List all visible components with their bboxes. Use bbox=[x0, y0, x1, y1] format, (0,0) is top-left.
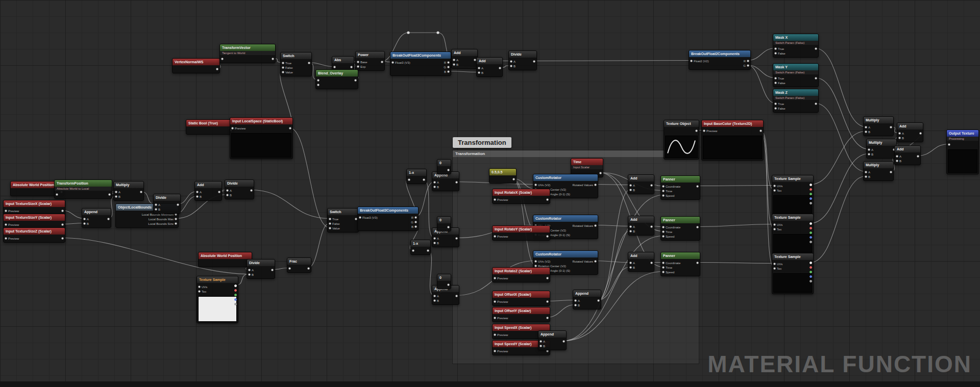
input-pin[interactable] bbox=[774, 77, 777, 80]
output-pin[interactable] bbox=[234, 303, 237, 305]
input-pin[interactable] bbox=[317, 84, 320, 86]
node-breakout3_top[interactable]: BreakOutFloat3ComponentsFloat3 (V3)RGB bbox=[390, 51, 451, 76]
input-pin[interactable] bbox=[357, 61, 359, 63]
output-pin[interactable] bbox=[423, 178, 425, 181]
input-pin[interactable] bbox=[703, 130, 705, 132]
output-pin[interactable] bbox=[140, 191, 142, 193]
output-pin[interactable] bbox=[414, 225, 417, 228]
output-pin[interactable] bbox=[414, 216, 417, 219]
node-const0_1[interactable]: 0 bbox=[437, 159, 451, 174]
node-blend_overlay[interactable]: Blend_Overlay bbox=[315, 69, 358, 89]
node-awp2[interactable]: Absolute World Position bbox=[198, 252, 252, 267]
node-divide_s[interactable]: DivideAB bbox=[153, 194, 181, 214]
output-pin[interactable] bbox=[447, 226, 450, 228]
node-switch_mid[interactable]: SwitchTrueFalseValue bbox=[327, 208, 359, 233]
output-pin[interactable] bbox=[447, 169, 450, 171]
output-pin[interactable] bbox=[427, 249, 429, 252]
input-pin[interactable] bbox=[773, 267, 776, 270]
input-pin[interactable] bbox=[453, 59, 455, 61]
node-input_roty[interactable]: Input RotateY (Scalar)Preview bbox=[492, 225, 550, 241]
input-pin[interactable] bbox=[282, 71, 284, 73]
input-pin[interactable] bbox=[662, 266, 665, 269]
input-pin[interactable] bbox=[433, 186, 436, 188]
output-pin[interactable] bbox=[177, 203, 179, 206]
node-append_c1[interactable]: AppendAB bbox=[573, 290, 601, 309]
node-frac_b[interactable]: Frac bbox=[287, 257, 311, 273]
input-pin[interactable] bbox=[115, 191, 117, 193]
output-pin[interactable] bbox=[810, 280, 812, 282]
node-texsample_b[interactable]: Texture SampleUVsTex bbox=[197, 276, 238, 323]
input-pin[interactable] bbox=[248, 269, 251, 271]
input-pin[interactable] bbox=[198, 290, 201, 293]
input-pin[interactable] bbox=[662, 226, 665, 228]
node-output_tex[interactable]: Output TextureProcessing bbox=[946, 130, 979, 174]
input-pin[interactable] bbox=[226, 194, 229, 196]
input-pin[interactable] bbox=[868, 153, 870, 156]
output-pin[interactable] bbox=[546, 317, 549, 319]
input-pin[interactable] bbox=[359, 216, 361, 219]
input-pin[interactable] bbox=[357, 65, 359, 68]
output-pin[interactable] bbox=[810, 231, 812, 234]
output-pin[interactable] bbox=[381, 61, 383, 63]
input-pin[interactable] bbox=[329, 227, 331, 229]
output-pin[interactable] bbox=[289, 127, 291, 130]
node-add_c1[interactable]: AddAB bbox=[628, 174, 654, 194]
input-pin[interactable] bbox=[510, 60, 512, 63]
output-pin[interactable] bbox=[810, 188, 812, 191]
output-pin[interactable] bbox=[447, 61, 450, 64]
input-pin[interactable] bbox=[282, 62, 284, 64]
output-pin[interactable] bbox=[917, 155, 919, 158]
output-pin[interactable] bbox=[810, 227, 812, 229]
node-input_tsy[interactable]: Input TextureSizeY (Scalar)Preview bbox=[3, 214, 65, 229]
input-pin[interactable] bbox=[5, 237, 7, 240]
output-pin[interactable] bbox=[810, 184, 812, 186]
output-pin[interactable] bbox=[696, 185, 699, 188]
input-pin[interactable] bbox=[865, 175, 867, 178]
input-pin[interactable] bbox=[329, 222, 331, 225]
input-pin[interactable] bbox=[433, 299, 436, 302]
input-pin[interactable] bbox=[662, 230, 665, 233]
input-pin[interactable] bbox=[231, 127, 234, 130]
output-pin[interactable] bbox=[61, 223, 64, 226]
input-pin[interactable] bbox=[282, 66, 284, 69]
node-transformvector[interactable]: TransformVectorTangent to World bbox=[219, 44, 276, 63]
output-pin[interactable] bbox=[546, 277, 549, 279]
output-pin[interactable] bbox=[594, 184, 597, 186]
output-pin[interactable] bbox=[447, 283, 450, 286]
node-input_basecolor[interactable]: Input BaseColor (Texture2D)Preview bbox=[701, 120, 764, 161]
output-pin[interactable] bbox=[810, 222, 812, 225]
input-pin[interactable] bbox=[155, 203, 157, 206]
output-pin[interactable] bbox=[650, 262, 653, 264]
input-pin[interactable] bbox=[773, 189, 776, 192]
input-pin[interactable] bbox=[433, 237, 436, 240]
output-pin[interactable] bbox=[108, 193, 111, 196]
input-pin[interactable] bbox=[662, 185, 665, 188]
node-panner3[interactable]: PannerCoordinateTimeSpeed bbox=[660, 252, 700, 276]
input-pin[interactable] bbox=[412, 249, 414, 252]
output-pin[interactable] bbox=[216, 68, 218, 70]
node-add_r2[interactable]: AddAB bbox=[894, 145, 921, 165]
input-pin[interactable] bbox=[494, 317, 496, 319]
output-pin[interactable] bbox=[455, 295, 458, 297]
output-pin[interactable] bbox=[562, 340, 565, 343]
node-tsample2[interactable]: Texture SampleUVsTex bbox=[772, 214, 814, 255]
output-pin[interactable] bbox=[815, 77, 817, 80]
input-pin[interactable] bbox=[288, 267, 291, 270]
node-oneminus1[interactable]: 1-x bbox=[406, 169, 427, 184]
output-pin[interactable] bbox=[533, 60, 535, 63]
node-panner1[interactable]: PannerCoordinateTimeSpeed bbox=[660, 175, 700, 200]
node-divide_b[interactable]: DivideAB bbox=[247, 259, 275, 279]
node-texture_object[interactable]: Texture Object bbox=[664, 120, 699, 160]
output-pin[interactable] bbox=[61, 210, 64, 212]
node-oneminus2[interactable]: 1-x bbox=[410, 240, 431, 255]
output-pin[interactable] bbox=[546, 235, 549, 238]
output-pin[interactable] bbox=[546, 300, 549, 303]
input-pin[interactable] bbox=[774, 107, 777, 110]
input-pin[interactable] bbox=[865, 126, 867, 128]
output-pin[interactable] bbox=[696, 262, 699, 264]
output-pin[interactable] bbox=[810, 266, 812, 269]
output-pin[interactable] bbox=[455, 181, 458, 184]
input-pin[interactable] bbox=[391, 61, 394, 64]
output-pin[interactable] bbox=[650, 184, 653, 187]
output-pin[interactable] bbox=[546, 198, 549, 201]
